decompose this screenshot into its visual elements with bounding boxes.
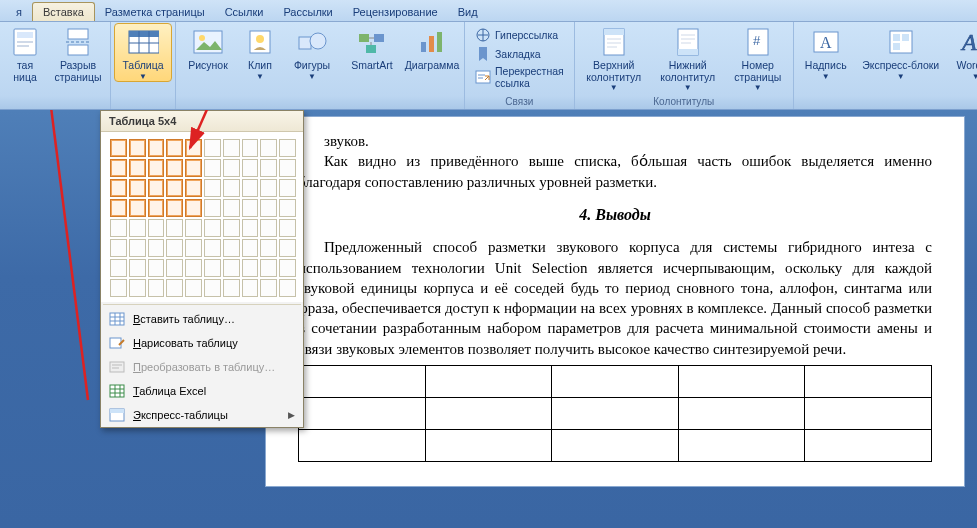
grid-cell[interactable] (242, 199, 259, 217)
grid-cell[interactable] (148, 159, 165, 177)
menu-quick-tables[interactable]: Экспресс-таблицы ▶ (101, 403, 303, 427)
grid-cell[interactable] (204, 179, 221, 197)
grid-cell[interactable] (110, 279, 127, 297)
grid-cell[interactable] (223, 239, 240, 257)
grid-cell[interactable] (148, 179, 165, 197)
grid-cell[interactable] (110, 199, 127, 217)
grid-cell[interactable] (185, 279, 202, 297)
grid-cell[interactable] (242, 159, 259, 177)
grid-cell[interactable] (129, 239, 146, 257)
grid-cell[interactable] (260, 139, 277, 157)
grid-cell[interactable] (279, 279, 296, 297)
textbox-button[interactable]: A Надпись ▼ (798, 24, 854, 81)
grid-cell[interactable] (242, 219, 259, 237)
grid-cell[interactable] (223, 179, 240, 197)
tab-references[interactable]: Ссылки (215, 3, 274, 21)
menu-excel-table[interactable]: Таблица Excel (101, 379, 303, 403)
smartart-button[interactable]: SmartArt (344, 24, 400, 72)
grid-cell[interactable] (110, 159, 127, 177)
header-button[interactable]: Верхнийколонтитул ▼ (579, 24, 649, 92)
grid-cell[interactable] (166, 139, 183, 157)
document-page[interactable]: звуков. Как видно из приведённого выше с… (265, 116, 965, 487)
grid-cell[interactable] (129, 179, 146, 197)
picture-button[interactable]: Рисунок (180, 24, 236, 72)
menu-draw-table[interactable]: Нарисовать таблицу (101, 331, 303, 355)
inserted-table[interactable] (298, 365, 932, 462)
grid-cell[interactable] (166, 199, 183, 217)
grid-cell[interactable] (110, 239, 127, 257)
grid-cell[interactable] (223, 199, 240, 217)
menu-insert-table[interactable]: Вставить таблицу… (101, 307, 303, 331)
grid-cell[interactable] (148, 239, 165, 257)
grid-cell[interactable] (110, 179, 127, 197)
grid-cell[interactable] (279, 219, 296, 237)
grid-cell[interactable] (129, 139, 146, 157)
grid-cell[interactable] (185, 259, 202, 277)
grid-cell[interactable] (204, 199, 221, 217)
grid-cell[interactable] (185, 179, 202, 197)
grid-cell[interactable] (166, 279, 183, 297)
grid-cell[interactable] (242, 259, 259, 277)
wordart-button[interactable]: A WordArt ▼ (948, 24, 977, 81)
grid-cell[interactable] (242, 139, 259, 157)
tab-view[interactable]: Вид (448, 3, 488, 21)
grid-cell[interactable] (279, 159, 296, 177)
grid-cell[interactable] (129, 259, 146, 277)
grid-cell[interactable] (279, 179, 296, 197)
grid-cell[interactable] (129, 279, 146, 297)
grid-cell[interactable] (204, 159, 221, 177)
grid-cell[interactable] (279, 139, 296, 157)
grid-cell[interactable] (166, 219, 183, 237)
grid-cell[interactable] (204, 219, 221, 237)
grid-cell[interactable] (185, 199, 202, 217)
grid-cell[interactable] (166, 159, 183, 177)
grid-cell[interactable] (260, 259, 277, 277)
grid-cell[interactable] (166, 239, 183, 257)
grid-cell[interactable] (279, 199, 296, 217)
grid-cell[interactable] (129, 159, 146, 177)
grid-cell[interactable] (260, 179, 277, 197)
quickparts-button[interactable]: Экспресс-блоки ▼ (858, 24, 944, 81)
hyperlink-button[interactable]: Гиперссылка (473, 26, 566, 44)
tab-review[interactable]: Рецензирование (343, 3, 448, 21)
grid-cell[interactable] (129, 219, 146, 237)
tab-insert[interactable]: Вставка (32, 2, 95, 21)
cover-page-button[interactable]: таяница (4, 24, 46, 83)
grid-cell[interactable] (260, 199, 277, 217)
grid-cell[interactable] (148, 199, 165, 217)
grid-cell[interactable] (166, 179, 183, 197)
grid-cell[interactable] (279, 259, 296, 277)
crossref-button[interactable]: Перекрестная ссылка (473, 64, 566, 90)
grid-cell[interactable] (185, 159, 202, 177)
grid-cell[interactable] (242, 239, 259, 257)
clip-button[interactable]: Клип ▼ (240, 24, 280, 81)
table-size-grid[interactable] (101, 132, 303, 302)
chart-button[interactable]: Диаграмма (404, 24, 460, 72)
grid-cell[interactable] (148, 279, 165, 297)
footer-button[interactable]: Нижнийколонтитул ▼ (653, 24, 723, 92)
grid-cell[interactable] (242, 279, 259, 297)
grid-cell[interactable] (110, 219, 127, 237)
bookmark-button[interactable]: Закладка (473, 45, 566, 63)
grid-cell[interactable] (242, 179, 259, 197)
shapes-button[interactable]: Фигуры ▼ (284, 24, 340, 81)
grid-cell[interactable] (148, 259, 165, 277)
grid-cell[interactable] (260, 279, 277, 297)
page-break-button[interactable]: Разрывстраницы (50, 24, 106, 83)
pagenum-button[interactable]: # Номерстраницы ▼ (727, 24, 789, 92)
grid-cell[interactable] (260, 219, 277, 237)
grid-cell[interactable] (129, 199, 146, 217)
grid-cell[interactable] (148, 219, 165, 237)
grid-cell[interactable] (110, 139, 127, 157)
grid-cell[interactable] (204, 139, 221, 157)
grid-cell[interactable] (110, 259, 127, 277)
grid-cell[interactable] (204, 239, 221, 257)
grid-cell[interactable] (204, 279, 221, 297)
grid-cell[interactable] (223, 259, 240, 277)
tab-mailings[interactable]: Рассылки (273, 3, 342, 21)
grid-cell[interactable] (166, 259, 183, 277)
grid-cell[interactable] (148, 139, 165, 157)
grid-cell[interactable] (260, 159, 277, 177)
grid-cell[interactable] (185, 139, 202, 157)
grid-cell[interactable] (223, 279, 240, 297)
